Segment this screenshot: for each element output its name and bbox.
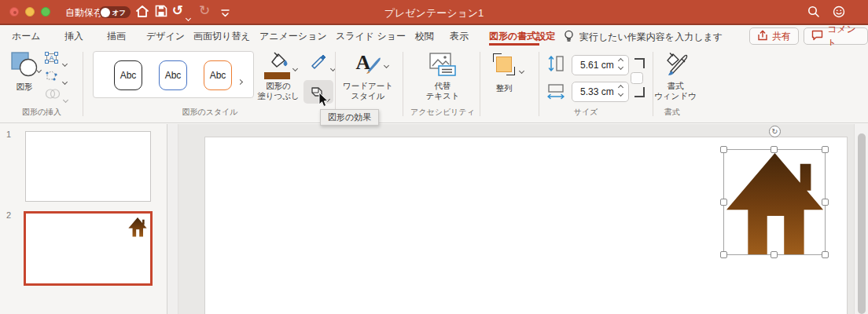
group-label-format: 書式	[648, 107, 697, 118]
edit-shape-chevron-icon[interactable]	[63, 73, 67, 87]
aspect-bracket-bottom	[634, 87, 645, 97]
redo-icon: ↻	[199, 3, 210, 19]
gallery-more-icon[interactable]	[238, 73, 242, 87]
document-title: プレゼンテーション1	[355, 6, 513, 20]
shape-width-value: 5.33 cm	[580, 86, 614, 97]
ribbon-tab-row: ホーム 挿入 描画 デザイン 画面切り替え アニメーション スライド ショー 校…	[0, 24, 868, 46]
shape-fill-chevron-icon[interactable]	[293, 60, 297, 74]
rotate-handle[interactable]: ↻	[769, 126, 781, 137]
save-icon[interactable]	[155, 5, 167, 20]
share-button[interactable]: 共有	[749, 27, 799, 45]
close-window-button[interactable]	[9, 7, 19, 16]
panel-canvas-gutter	[167, 124, 178, 314]
group-divider	[83, 52, 83, 116]
zoom-window-button[interactable]	[41, 7, 50, 16]
shape-effects-tooltip: 図形の効果	[320, 109, 379, 126]
toolbar-options-icon[interactable]	[221, 6, 230, 20]
autosave-state-label: オフ	[112, 9, 126, 18]
lock-aspect-ratio-checkbox[interactable]	[631, 72, 643, 84]
handle-bottom-left[interactable]	[720, 251, 727, 258]
undo-chevron-icon[interactable]	[186, 9, 190, 24]
insert-shapes-button[interactable]	[11, 52, 39, 80]
handle-bottom-right[interactable]	[822, 251, 829, 258]
shape-fill-label-line2: 塗りつぶし	[256, 91, 300, 102]
shape-width-field[interactable]: 5.33 cm	[572, 82, 629, 102]
width-increment-icon[interactable]	[618, 85, 623, 90]
arrange-icon	[493, 53, 515, 75]
vertical-scrollbar[interactable]	[854, 124, 868, 314]
shapes-chevron-icon[interactable]	[37, 61, 41, 75]
slide-canvas: ↻	[178, 124, 868, 314]
group-divider	[480, 52, 480, 116]
edit-shape-button[interactable]	[45, 70, 58, 85]
shape-height-field[interactable]: 5.61 cm	[572, 55, 629, 75]
arrange-chevron-icon[interactable]	[520, 62, 524, 76]
wordart-styles-button[interactable]: A	[355, 50, 382, 80]
scrollbar-thumb[interactable]	[858, 133, 866, 314]
group-label-shape-insert: 図形の挿入	[11, 107, 72, 118]
shape-style-thumb-2[interactable]: Abc	[159, 60, 187, 90]
alt-text-icon	[429, 53, 456, 76]
tab-transitions[interactable]: 画面切り替え	[193, 30, 251, 43]
share-icon	[757, 30, 768, 43]
shape-outline-button[interactable]	[309, 53, 328, 72]
minimize-window-button[interactable]	[25, 7, 35, 16]
shape-style-thumb-1[interactable]: Abc	[114, 60, 142, 90]
tab-draw[interactable]: 描画	[107, 30, 126, 43]
tab-insert[interactable]: 挿入	[64, 30, 83, 43]
tell-me-prompt[interactable]: 実行したい作業内容を入力します	[579, 31, 723, 44]
feedback-smiley-icon[interactable]	[833, 5, 845, 21]
lightbulb-icon[interactable]	[563, 30, 575, 46]
group-label-size: サイズ	[562, 107, 609, 118]
autosave-label: 自動保存	[65, 6, 103, 20]
tab-view[interactable]: 表示	[450, 30, 469, 43]
handle-middle-right[interactable]	[822, 199, 829, 206]
edit-shape-icon	[45, 70, 58, 82]
shape-fill-button[interactable]	[265, 51, 291, 75]
wordart-chevron-icon[interactable]	[384, 57, 388, 71]
handle-middle-left[interactable]	[720, 199, 727, 206]
tab-shape-format[interactable]: 図形の書式設定	[489, 30, 555, 43]
handle-bottom-center[interactable]	[771, 251, 778, 258]
format-pane-icon	[663, 51, 690, 78]
handle-top-right[interactable]	[822, 146, 829, 153]
width-icon	[546, 83, 565, 104]
alt-text-button[interactable]	[429, 53, 456, 79]
shape-style-thumb-3[interactable]: Abc	[204, 60, 232, 90]
height-decrement-icon[interactable]	[618, 64, 623, 70]
paint-bucket-icon	[265, 51, 291, 71]
tab-slideshow[interactable]: スライド ショー	[336, 30, 406, 43]
handle-top-left[interactable]	[720, 146, 727, 153]
comments-button[interactable]: コメント	[804, 27, 868, 45]
tab-review[interactable]: 校閲	[415, 30, 434, 43]
fill-color-swatch	[264, 72, 290, 79]
wordart-label-line1: ワードアート	[337, 81, 399, 92]
group-label-accessibility: アクセシビリティ	[410, 107, 476, 118]
tab-animations[interactable]: アニメーション	[259, 30, 327, 43]
undo-icon[interactable]: ↺	[172, 3, 183, 19]
slide-2-number: 2	[6, 210, 11, 220]
textbox-chevron-icon[interactable]	[63, 55, 67, 69]
format-pane-button[interactable]	[663, 51, 690, 81]
selection-bounding-box	[723, 149, 826, 255]
slide-1-number: 1	[6, 130, 11, 139]
width-decrement-icon[interactable]	[618, 91, 623, 97]
height-increment-icon[interactable]	[618, 58, 623, 64]
tab-home[interactable]: ホーム	[12, 30, 41, 43]
svg-text:A: A	[49, 54, 53, 62]
group-divider	[403, 52, 403, 116]
handle-top-center[interactable]	[771, 146, 778, 153]
textbox-button[interactable]: A	[45, 52, 58, 67]
tab-design[interactable]: デザイン	[146, 30, 185, 43]
slide-1-thumbnail[interactable]	[25, 131, 151, 202]
shape-style-gallery: Abc Abc Abc	[93, 51, 254, 98]
outline-pen-icon	[309, 53, 328, 69]
merge-shapes-icon	[45, 88, 61, 100]
home-icon[interactable]	[135, 5, 149, 21]
wordart-label-line2: スタイル	[337, 91, 399, 102]
slide-2-thumbnail[interactable]	[24, 211, 153, 286]
arrange-button[interactable]	[493, 53, 515, 75]
search-icon[interactable]	[807, 5, 820, 21]
format-pane-label-line2: ウィンドウ	[651, 91, 700, 102]
autosave-toggle[interactable]: オフ	[99, 6, 131, 18]
